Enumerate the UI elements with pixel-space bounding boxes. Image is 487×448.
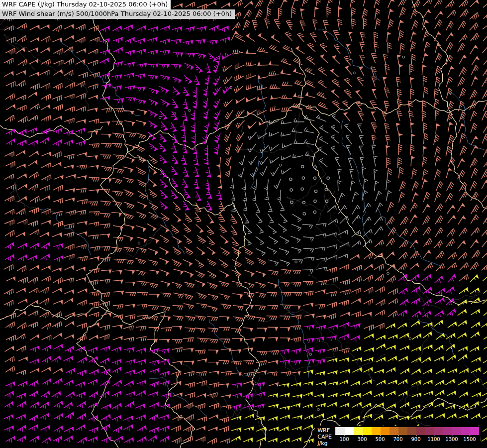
legend-swatch (345, 427, 354, 435)
legend-title: WRF CAPE J/kg (317, 427, 332, 447)
legend-swatch (372, 427, 381, 435)
legend-title-line: WRF (317, 427, 332, 434)
legend-title-line: CAPE (317, 434, 332, 440)
legend-swatch (461, 427, 470, 435)
legend-swatch (443, 427, 452, 435)
legend-tick-label: 500 (375, 437, 385, 442)
legend-tick-label: 300 (357, 437, 367, 442)
legend-swatch (354, 427, 363, 435)
map-header: WRF CAPE (J/kg) Thursday 02-10-2025 06:0… (0, 0, 235, 19)
legend-swatch (452, 427, 461, 435)
legend-title-line: J/kg (317, 440, 332, 447)
legend-tick-label: 900 (411, 437, 420, 442)
cape-color-legend: WRF CAPE J/kg 10030050070090011001300150… (315, 426, 481, 447)
legend-tick-label: 700 (393, 437, 402, 442)
legend-swatch (381, 427, 390, 435)
legend-swatch (398, 427, 407, 435)
legend-color-scale: 100300500700900110013001500 (335, 427, 479, 443)
legend-swatch (425, 427, 434, 435)
legend-swatch (363, 427, 372, 435)
legend-swatch (434, 427, 443, 435)
legend-swatch (336, 427, 345, 435)
cape-title-bar: WRF CAPE (J/kg) Thursday 02-10-2025 06:0… (0, 0, 171, 9)
legend-tick-label: 1500 (463, 437, 476, 442)
legend-swatch-row (335, 427, 479, 435)
weather-map-screen: WRF CAPE (J/kg) Thursday 02-10-2025 06:0… (0, 0, 487, 448)
legend-swatch (416, 427, 425, 435)
legend-tick-label: 1100 (427, 437, 440, 442)
wind-shear-title-bar: WRF Wind shear (m/s) 500/1000hPa Thursda… (0, 9, 235, 19)
legend-tick-row: 100300500700900110013001500 (335, 435, 479, 443)
legend-swatch (470, 427, 479, 435)
legend-swatch (390, 427, 398, 435)
legend-swatch (407, 427, 416, 435)
legend-tick-label: 100 (339, 437, 349, 442)
wind-barb-map-canvas (0, 0, 487, 448)
legend-tick-label: 1300 (445, 437, 458, 442)
